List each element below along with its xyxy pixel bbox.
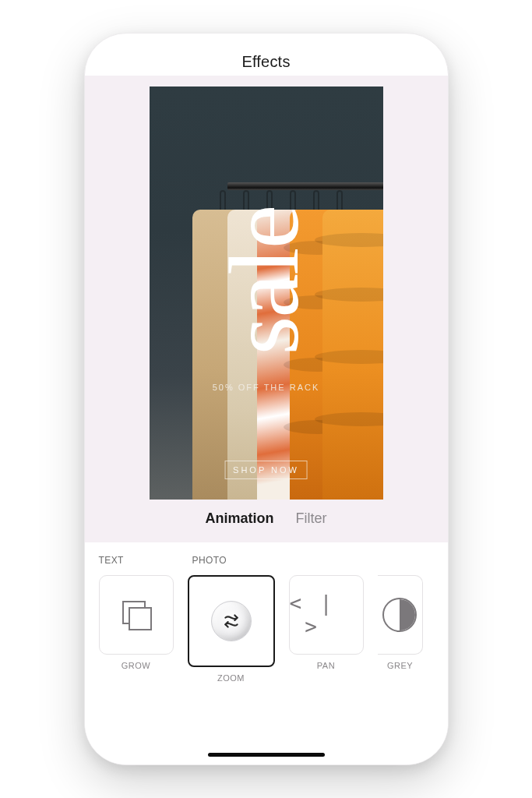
phone-frame: Effects (84, 33, 449, 765)
garment (322, 210, 383, 500)
effect-pan-thumb[interactable]: < | > (289, 575, 364, 655)
effect-grey[interactable]: GREY (378, 575, 423, 670)
effect-grey-label: GREY (387, 661, 413, 670)
effect-grow[interactable]: GROW (99, 575, 174, 670)
tab-animation[interactable]: Animation (206, 510, 274, 527)
hanger-icon (336, 190, 343, 212)
home-indicator[interactable] (208, 753, 325, 757)
artboard[interactable]: sale 50% OFF THE RACK SHOP NOW (150, 87, 383, 500)
effect-zoom[interactable]: ZOOM (188, 575, 275, 683)
section-text-label: TEXT (99, 555, 192, 566)
header-title: Effects (241, 53, 290, 71)
effect-grey-thumb[interactable] (378, 575, 423, 655)
effect-zoom-label: ZOOM (217, 673, 245, 683)
section-labels: TEXT PHOTO (85, 555, 448, 566)
grow-icon (119, 598, 153, 632)
cta-button[interactable]: SHOP NOW (224, 461, 308, 479)
rack-bar (227, 182, 383, 190)
headline-text: sale (214, 207, 314, 355)
grey-icon (382, 598, 417, 632)
subline-text: 50% OFF THE RACK (213, 383, 320, 392)
effect-zoom-thumb[interactable] (188, 575, 275, 667)
effect-pan[interactable]: < | > PAN (289, 575, 364, 670)
tab-filter[interactable]: Filter (296, 510, 327, 527)
effect-grow-thumb[interactable] (99, 575, 174, 655)
effect-tabs: Animation Filter (85, 500, 448, 531)
pan-icon: < | > (290, 591, 363, 638)
canvas-area: sale 50% OFF THE RACK SHOP NOW Animation… (85, 76, 448, 542)
section-photo-label: PHOTO (192, 555, 227, 566)
zoom-icon (211, 601, 252, 641)
effect-pan-label: PAN (317, 661, 335, 670)
effects-row[interactable]: GROW ZOOM (85, 566, 448, 686)
header: Effects (85, 34, 448, 76)
effects-panel: TEXT PHOTO GROW (85, 542, 448, 764)
effect-grow-label: GROW (122, 661, 150, 670)
